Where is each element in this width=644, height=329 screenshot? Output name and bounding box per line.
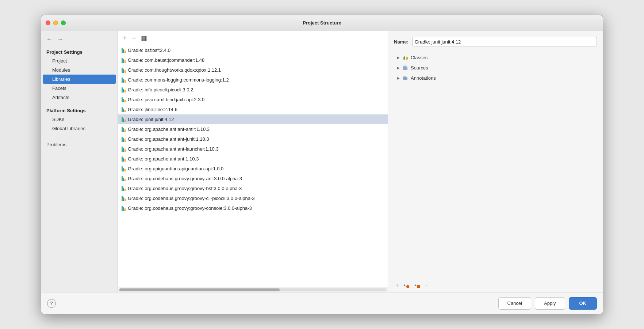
sidebar-divider-2 [41,133,118,137]
list-item[interactable]: Gradle: org.codehaus.groovy:groovy-ant:3… [118,174,388,184]
sidebar-item-problems[interactable]: Problems [41,139,118,149]
svg-text:+: + [414,283,417,287]
detail-panel: Name: ▶ Classes [388,31,603,292]
sidebar-item-modules[interactable]: Modules [43,65,116,75]
list-item[interactable]: Gradle: org.apache.ant:ant-launcher:1.10… [118,144,388,154]
library-icon [122,137,126,142]
sidebar-item-artifacts[interactable]: Artifacts [43,93,116,102]
back-button[interactable]: ← [45,35,54,43]
cancel-button[interactable]: Cancel [498,297,531,310]
list-item-selected[interactable]: Gradle: junit:junit:4.12 [118,114,388,124]
add-library-button[interactable]: + [122,34,129,42]
list-item-label: Gradle: org.apache.ant:ant-junit:1.10.3 [128,136,209,142]
horizontal-scrollbar[interactable] [118,287,388,292]
sidebar-item-project[interactable]: Project [43,56,116,65]
list-toolbar: + − ▦ [118,31,388,45]
name-row: Name: [394,37,597,46]
library-icon [122,97,126,102]
list-item[interactable]: Gradle: org.codehaus.groovy:groovy-cli-p… [118,193,388,203]
list-item-label: Gradle: jline:jline:2.14.6 [128,107,177,112]
list-item[interactable]: Gradle: javax.xml.bind:jaxb-api:2.3.0 [118,95,388,105]
svg-rect-3 [403,67,407,70]
annotations-label: Annotations [411,75,436,81]
tree-item-sources[interactable]: ▶ Sources [394,63,597,73]
library-icon [122,87,126,92]
svg-point-7 [406,285,409,288]
list-item[interactable]: Gradle: org.codehaus.groovy:groovy-conso… [118,203,388,213]
sidebar-item-sdks[interactable]: SDKs [43,115,116,124]
list-item[interactable]: Gradle: jline:jline:2.14.6 [118,105,388,114]
list-item[interactable]: Gradle: info.picocli:picocli:3.0.2 [118,85,388,95]
svg-text:+: + [403,283,406,287]
copy-icon: ▦ [141,34,147,42]
library-icon [122,186,126,191]
classes-label: Classes [411,55,428,60]
sidebar: ← → Project Settings Project Modules Lib… [41,31,118,292]
scrollbar-thumb [119,288,280,291]
navigation-buttons: ← → [41,34,118,47]
svg-text:A: A [404,77,406,80]
library-icon [122,176,126,181]
add-specific-button[interactable]: + [402,281,411,289]
sidebar-item-libraries[interactable]: Libraries [43,75,116,84]
titlebar: Project Structure [41,15,603,31]
detail-bottom-toolbar: + + + − [394,278,597,292]
project-settings-header: Project Settings [41,47,118,56]
tree-arrow-annotations: ▶ [395,75,401,81]
close-button[interactable] [46,20,50,25]
svg-rect-0 [403,57,405,60]
name-label: Name: [394,39,409,45]
list-item-label: Gradle: org.codehaus.groovy:groovy-bsf:3… [128,186,242,191]
forward-button[interactable]: → [56,35,65,43]
list-item-label: Gradle: org.codehaus.groovy:groovy-ant:3… [128,176,242,181]
list-item-label: Gradle: com.beust:jcommander:1.48 [128,57,204,63]
list-item[interactable]: Gradle: com.thoughtworks.qdox:qdox:1.12.… [118,65,388,75]
content-area: ← → Project Settings Project Modules Lib… [41,31,603,292]
action-buttons: Cancel Apply OK [498,297,597,310]
tree-item-classes[interactable]: ▶ Classes [394,52,597,63]
list-item-label: Gradle: bsf:bsf:2.4.0 [128,48,170,53]
list-item-label: Gradle: org.codehaus.groovy:groovy-cli-p… [128,196,255,201]
svg-rect-9 [417,285,420,288]
add-path-button[interactable]: + [394,281,400,289]
apply-button[interactable]: Apply [535,297,565,310]
list-item-label: Gradle: junit:junit:4.12 [128,117,174,122]
list-item[interactable]: Gradle: org.codehaus.groovy:groovy-bsf:3… [118,184,388,193]
list-item-label: Gradle: javax.xml.bind:jaxb-api:2.3.0 [128,97,204,102]
sidebar-divider [41,102,118,106]
platform-settings-header: Platform Settings [41,106,118,115]
list-item[interactable]: Gradle: org.apache.ant:ant-antlr:1.10.3 [118,124,388,134]
library-icon [122,117,126,122]
svg-rect-2 [406,57,408,60]
minimize-button[interactable] [53,20,58,25]
tree-item-annotations[interactable]: ▶ A Annotations [394,73,597,83]
svg-marker-1 [403,56,405,57]
list-item[interactable]: Gradle: org.apache.ant:ant-junit:1.10.3 [118,134,388,144]
list-item[interactable]: Gradle: bsf:bsf:2.4.0 [118,45,388,55]
ok-button[interactable]: OK [569,297,597,310]
list-item[interactable]: Gradle: commons-logging:commons-logging:… [118,75,388,85]
list-item[interactable]: Gradle: com.beust:jcommander:1.48 [118,55,388,65]
sidebar-item-global-libraries[interactable]: Global Libraries [43,124,116,133]
library-icon [122,58,126,63]
sources-label: Sources [411,65,428,71]
list-item[interactable]: Gradle: org.apache.ant:ant:1.10.3 [118,154,388,164]
classes-icon [402,54,409,61]
maximize-button[interactable] [61,20,66,25]
list-item-label: Gradle: org.apache.ant:ant-launcher:1.10… [128,146,219,152]
sidebar-item-facets[interactable]: Facets [43,84,116,93]
add-orange-button[interactable]: + [413,281,422,289]
name-input[interactable] [412,37,597,46]
list-item-label: Gradle: org.apache.ant:ant:1.10.3 [128,156,199,162]
list-item[interactable]: Gradle: org.apiguardian:apiguardian-api:… [118,164,388,174]
help-button[interactable]: ? [47,299,56,308]
remove-path-button[interactable]: − [423,281,430,289]
library-icon [122,107,126,112]
traffic-lights [46,20,66,25]
copy-library-button[interactable]: ▦ [139,34,149,42]
annotations-icon: A [402,75,409,81]
remove-library-button[interactable]: − [131,34,138,42]
list-item-label: Gradle: com.thoughtworks.qdox:qdox:1.12.… [128,67,221,73]
library-icon [122,196,126,201]
tree-arrow-classes: ▶ [395,54,401,60]
